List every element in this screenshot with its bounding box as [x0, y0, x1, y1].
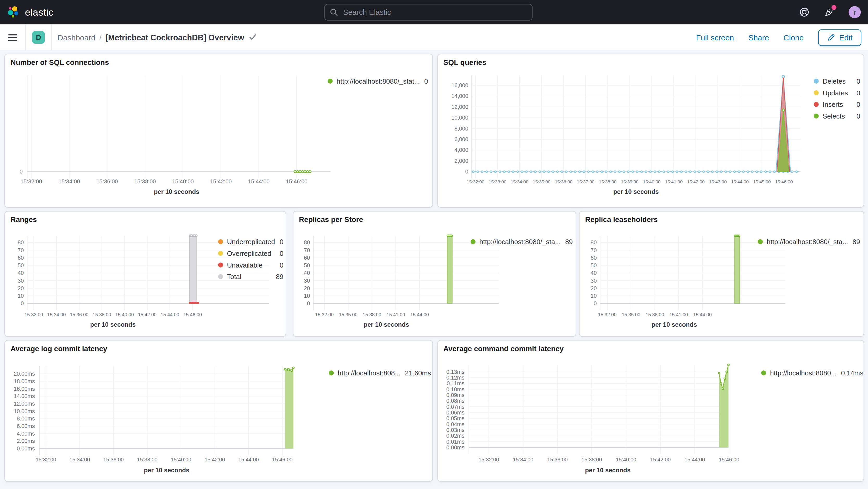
legend-label: http://localhost:808...	[338, 369, 401, 377]
svg-text:4.00ms: 4.00ms	[17, 431, 35, 437]
svg-text:0: 0	[465, 169, 468, 175]
svg-text:per 10 seconds: per 10 seconds	[144, 467, 189, 473]
svg-text:15:46:00: 15:46:00	[272, 457, 293, 462]
legend-label: Selects	[823, 112, 845, 120]
svg-text:15:38:00: 15:38:00	[582, 457, 602, 462]
svg-text:70: 70	[304, 247, 310, 253]
legend-dot-icon	[814, 79, 819, 84]
elastic-brand[interactable]: elastic	[7, 0, 54, 25]
svg-text:per 10 seconds: per 10 seconds	[90, 321, 136, 328]
legend-item[interactable]: http://localhost:8080/_stat... 0	[328, 75, 428, 87]
legend-item[interactable]: Updates 0	[814, 87, 861, 99]
legend-item[interactable]: Underreplicated 0	[218, 236, 283, 248]
svg-text:18.00ms: 18.00ms	[13, 378, 35, 385]
legend-value: 0	[280, 238, 284, 246]
edit-button-label: Edit	[839, 33, 852, 42]
legend-value: 89	[276, 273, 283, 281]
edit-button[interactable]: Edit	[818, 29, 861, 46]
legend-label: http://localhost:8080/_sta...	[479, 238, 561, 246]
legend-item[interactable]: http://localhost:8080... 0.14ms	[761, 367, 855, 379]
svg-text:70: 70	[591, 247, 597, 253]
sql-queries-chart[interactable]: 16,00014,00012,00010,0008,0006,0004,0002…	[438, 54, 865, 208]
svg-text:0.03ms: 0.03ms	[446, 427, 465, 433]
svg-text:0.01ms: 0.01ms	[446, 439, 465, 445]
legend-item[interactable]: http://localhost:8080/_sta... 89	[471, 236, 572, 248]
brand-text: elastic	[25, 6, 54, 18]
svg-text:12.00ms: 12.00ms	[13, 401, 35, 407]
svg-text:15:40:00: 15:40:00	[172, 179, 194, 185]
legend-item[interactable]: Overreplicated 0	[218, 247, 283, 259]
help-icon[interactable]	[799, 7, 810, 18]
menu-icon[interactable]	[8, 34, 17, 41]
svg-text:10: 10	[304, 293, 310, 299]
svg-text:15:34:00: 15:34:00	[513, 457, 533, 462]
legend-item[interactable]: Total 89	[218, 271, 283, 282]
panel-title: Number of SQL connections	[10, 58, 109, 66]
legend-label: Overreplicated	[227, 250, 271, 257]
full-screen-button[interactable]: Full screen	[696, 33, 734, 42]
pencil-icon	[827, 33, 835, 42]
svg-text:15:32:00: 15:32:00	[598, 312, 616, 317]
svg-text:0.04ms: 0.04ms	[446, 421, 465, 428]
svg-text:15:36:00: 15:36:00	[555, 179, 572, 184]
legend-item[interactable]: Deletes 0	[814, 75, 861, 87]
avg-command-commit-latency-chart[interactable]: 0.13ms0.12ms0.11ms0.10ms0.09ms0.08ms0.07…	[438, 340, 865, 482]
legend-item[interactable]: Unavailable 0	[218, 259, 283, 271]
panel-ranges: Ranges 8070605040302010015:32:0015:34:00…	[4, 211, 286, 337]
svg-text:0.06ms: 0.06ms	[446, 409, 465, 416]
svg-text:80: 80	[18, 239, 24, 246]
legend-value: 0.14ms	[841, 369, 863, 377]
legend-item[interactable]: Inserts 0	[814, 98, 861, 110]
svg-text:15:39:00: 15:39:00	[621, 179, 639, 184]
legend-label: Underreplicated	[227, 238, 275, 246]
svg-text:15:38:00: 15:38:00	[93, 312, 111, 317]
legend-dot-icon	[761, 370, 766, 375]
legend-value: 89	[852, 238, 860, 246]
breadcrumb-dashboard[interactable]: Dashboard	[58, 33, 96, 42]
share-button[interactable]: Share	[748, 33, 769, 42]
space-badge[interactable]: D	[32, 31, 45, 44]
replicas-per-store-chart[interactable]: 8070605040302010015:32:0015:35:0015:38:0…	[293, 212, 577, 337]
svg-text:15:46:00: 15:46:00	[183, 312, 202, 317]
svg-text:20: 20	[591, 285, 597, 292]
svg-text:15:41:00: 15:41:00	[386, 312, 405, 317]
legend-item[interactable]: http://localhost:8080/_sta... 89	[758, 236, 859, 248]
avg-log-commit-latency-chart[interactable]: 20.00ms18.00ms16.00ms14.00ms12.00ms10.00…	[5, 340, 433, 482]
svg-text:0.09ms: 0.09ms	[446, 392, 465, 398]
svg-text:50: 50	[304, 262, 310, 269]
svg-text:0: 0	[20, 169, 23, 175]
svg-text:15:46:00: 15:46:00	[775, 179, 793, 184]
legend-item[interactable]: Selects 0	[814, 110, 861, 122]
clone-button[interactable]: Clone	[783, 33, 804, 42]
header-actions: r	[799, 0, 868, 25]
svg-text:0.00ms: 0.00ms	[446, 445, 465, 451]
svg-text:15:38:00: 15:38:00	[137, 457, 158, 462]
panel-replica-leaseholders: Replica leaseholders 8070605040302010015…	[579, 211, 864, 337]
chart-legend: http://localhost:8080/_sta... 89	[758, 236, 859, 248]
legend-dot-icon	[218, 251, 223, 256]
global-search[interactable]	[324, 4, 533, 21]
svg-text:15:35:00: 15:35:00	[339, 312, 357, 317]
title-check-icon[interactable]	[249, 34, 256, 40]
svg-text:15:40:00: 15:40:00	[115, 312, 134, 317]
dashboard-actions: Full screen Share Clone Edit	[696, 25, 862, 51]
svg-text:30: 30	[591, 278, 597, 284]
panel-title: SQL queries	[443, 58, 487, 66]
search-input[interactable]	[342, 7, 527, 17]
svg-text:20.00ms: 20.00ms	[13, 371, 35, 377]
svg-text:15:35:00: 15:35:00	[622, 312, 641, 317]
legend-item[interactable]: http://localhost:808... 21.60ms	[329, 367, 427, 379]
newsfeed-icon[interactable]	[824, 7, 835, 18]
breadcrumb: Dashboard / [Metricbeat CockroachDB] Ove…	[58, 33, 256, 42]
svg-text:8.00ms: 8.00ms	[17, 416, 35, 422]
top-header: elastic	[0, 0, 868, 25]
legend-dot-icon	[329, 370, 334, 375]
svg-text:10.00ms: 10.00ms	[13, 408, 35, 415]
panel-title: Replica leaseholders	[585, 215, 658, 224]
replica-leaseholders-chart[interactable]: 8070605040302010015:32:0015:35:0015:38:0…	[580, 212, 865, 337]
svg-text:4,000: 4,000	[455, 147, 468, 153]
user-avatar[interactable]: r	[849, 6, 861, 18]
svg-text:60: 60	[304, 255, 310, 261]
legend-value: 0	[857, 89, 861, 97]
svg-text:per 10 seconds: per 10 seconds	[613, 188, 659, 195]
